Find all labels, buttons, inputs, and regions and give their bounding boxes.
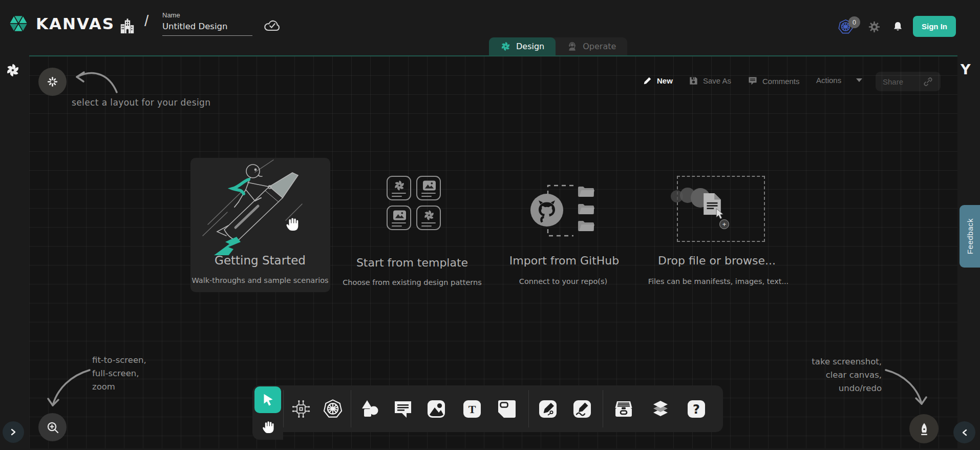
- drop-cursor-icon: [716, 208, 725, 220]
- save-as-label: Save As: [703, 76, 731, 85]
- share-button[interactable]: Share: [876, 72, 941, 91]
- toolbar-separator: [351, 390, 351, 427]
- card-github-subtitle: Connect to your repo(s): [519, 277, 607, 285]
- card-getting-started[interactable]: [190, 158, 330, 292]
- plus-badge: +: [719, 219, 729, 229]
- cursor-icon: [260, 392, 275, 407]
- pointer-tool-column: [252, 385, 283, 440]
- swirl-icon: [393, 179, 406, 192]
- svg-text:?: ?: [693, 402, 700, 417]
- hand-cursor-icon: [284, 215, 300, 232]
- folder-icon: [578, 220, 595, 232]
- help-tool-button[interactable]: ?: [685, 398, 708, 420]
- comment-tool-button[interactable]: [392, 398, 414, 420]
- help-icon: ?: [686, 399, 707, 419]
- github-octocat-icon: [529, 193, 564, 228]
- credits-badge: 0: [848, 16, 860, 28]
- note-icon: [497, 399, 517, 419]
- chip-icon: [290, 398, 312, 420]
- toolbar-separator: [603, 390, 603, 427]
- new-button[interactable]: New: [643, 76, 673, 86]
- comments-button[interactable]: Comments: [748, 76, 800, 86]
- comments-label: Comments: [762, 77, 800, 86]
- breadcrumb-separator: /: [144, 12, 148, 30]
- settings-gear-icon[interactable]: [868, 21, 880, 33]
- note-tool-button[interactable]: [496, 398, 518, 420]
- pen-icon: [538, 399, 558, 419]
- zoom-in-icon: [46, 420, 60, 435]
- image-tool-button[interactable]: [425, 398, 448, 420]
- layers-tool-button[interactable]: [649, 398, 672, 420]
- layout-picker-button[interactable]: [38, 68, 67, 96]
- image-icon: [426, 399, 446, 419]
- kanvas-app: KANVAS / Name Design Operate 0 Sign In Y: [0, 0, 980, 450]
- text-tool-button[interactable]: T: [461, 398, 483, 420]
- template-tile-swirl: [416, 206, 441, 230]
- app-logo[interactable]: KANVAS: [7, 12, 115, 35]
- rocket-rider-illustration: [190, 158, 330, 255]
- archive-icon: [613, 399, 634, 419]
- select-tool-button[interactable]: [254, 386, 281, 413]
- save-as-button[interactable]: Save As: [689, 76, 731, 86]
- expand-left-panel-button[interactable]: [3, 421, 24, 443]
- archive-tool-button[interactable]: [612, 398, 635, 420]
- tab-design[interactable]: Design: [489, 37, 556, 55]
- toolbar-separator: [283, 390, 284, 427]
- layout-asterisk-icon: [47, 76, 58, 88]
- shapes-icon: [359, 399, 380, 419]
- comments-icon: [748, 76, 758, 86]
- operate-headset-icon: [567, 41, 578, 52]
- folder-icon: [578, 186, 595, 198]
- pan-tool-button[interactable]: [254, 414, 281, 439]
- design-name-label: Name: [162, 11, 180, 19]
- new-label: New: [657, 76, 673, 85]
- pencil-icon: [643, 76, 652, 86]
- design-swirl-icon: [500, 41, 511, 52]
- sign-in-button[interactable]: Sign In: [913, 16, 956, 37]
- design-name-input[interactable]: [162, 22, 252, 36]
- tab-design-label: Design: [516, 42, 544, 51]
- notifications-bell-icon[interactable]: [892, 21, 904, 33]
- folder-icon: [578, 203, 595, 215]
- pencil-tool-button[interactable]: [571, 398, 593, 420]
- infrastructure-tool-button[interactable]: [290, 398, 312, 420]
- pen-nib-icon: [917, 422, 931, 436]
- pencil-icon: [572, 399, 592, 419]
- bottom-toolbar: T ?: [252, 385, 723, 432]
- card-github-title: Import from GitHub: [509, 254, 619, 267]
- actions-dropdown[interactable]: Actions: [816, 76, 862, 85]
- toolbar-separator: [528, 390, 529, 427]
- swirl-icon: [423, 209, 435, 221]
- save-icon: [689, 76, 698, 86]
- y-logo: Y: [961, 62, 971, 77]
- mode-tabs: Design Operate: [489, 37, 627, 55]
- image-icon: [393, 210, 406, 220]
- collapse-right-panel-button[interactable]: [953, 421, 975, 443]
- tab-operate-label: Operate: [583, 42, 616, 51]
- shapes-tool-button[interactable]: [358, 398, 381, 420]
- card-drop-file[interactable]: +: [658, 169, 781, 246]
- card-getting-started-subtitle: Walk-throughs and sample scenarios: [191, 276, 328, 284]
- comment-icon: [393, 399, 413, 419]
- kanvas-hexagon-logo-icon: [7, 12, 30, 35]
- link-icon: [923, 76, 933, 87]
- building-icon[interactable]: [119, 17, 136, 35]
- chevron-right-icon: [10, 428, 17, 436]
- feedback-tab[interactable]: Feedback: [960, 205, 980, 268]
- hand-icon: [261, 419, 275, 434]
- card-import-github[interactable]: [504, 169, 627, 246]
- layers-icon: [650, 399, 671, 419]
- canvas-actions-button[interactable]: [909, 414, 939, 443]
- pen-tool-button[interactable]: [537, 398, 559, 420]
- chevron-left-icon: [961, 429, 968, 436]
- card-start-from-template[interactable]: [387, 176, 441, 230]
- kubernetes-tool-button[interactable]: [322, 398, 344, 420]
- template-tile-image: [387, 206, 411, 230]
- cloud-saved-icon: [263, 18, 282, 33]
- tab-operate[interactable]: Operate: [556, 37, 627, 55]
- zoom-controls-button[interactable]: [38, 413, 67, 441]
- topbar: KANVAS / Name Design Operate 0 Sign In: [0, 0, 980, 55]
- actions-hint-text: take screenshot,clear canvas,undo/redo: [778, 355, 882, 395]
- feedback-label: Feedback: [966, 218, 974, 254]
- card-template-subtitle: Choose from existing design patterns: [343, 278, 482, 287]
